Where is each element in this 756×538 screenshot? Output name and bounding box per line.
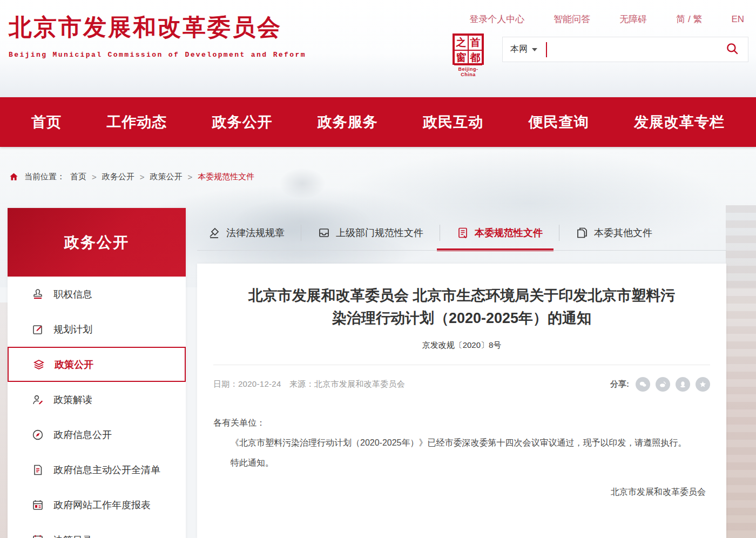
seal-char: 窗	[454, 50, 468, 65]
breadcrumb-gov-affairs[interactable]: 政务公开	[102, 172, 134, 182]
salutation: 各有关单位：	[213, 413, 710, 433]
nav-item-interaction[interactable]: 政民互动	[423, 112, 483, 132]
tabs-baseline	[197, 250, 726, 251]
article-card: 北京市发展和改革委员会 北京市生态环境局关于印发北京市塑料污染治理行动计划（20…	[197, 264, 726, 538]
sidebar-item-policy-disclosure[interactable]: 政策公开	[8, 347, 186, 382]
english-link[interactable]: EN	[731, 14, 744, 25]
sidebar-item-planning[interactable]: 规划计划	[8, 312, 186, 347]
breadcrumb-separator: >	[140, 172, 145, 181]
wechat-icon	[639, 380, 647, 388]
site-logo[interactable]: 北京市发展和改革委员会 Beijing Municipal Commission…	[9, 12, 306, 59]
weibo-share-button[interactable]	[656, 377, 670, 392]
nav-item-home[interactable]: 首页	[31, 112, 62, 132]
breadcrumb-separator: >	[92, 172, 97, 181]
favorite-icon	[699, 380, 707, 388]
nav-item-public-query[interactable]: 便民查询	[529, 112, 589, 132]
article-body: 各有关单位： 《北京市塑料污染治理行动计划（2020-2025年）》已经市委深改…	[213, 413, 710, 473]
breadcrumb-label: 当前位置：	[24, 172, 65, 182]
site-title: 北京市发展和改革委员会	[9, 12, 306, 43]
compass-icon	[31, 428, 44, 441]
stamp-icon	[31, 288, 44, 301]
sidebar-header: 政务公开	[8, 208, 186, 277]
tab-laws-regulations[interactable]: 法律法规规章	[208, 215, 301, 251]
tab-label: 本委规范性文件	[475, 226, 543, 239]
breadcrumb-separator: >	[188, 172, 193, 181]
sidebar-item-label: 政府网站工作年度报表	[53, 499, 151, 512]
file-copy-icon	[576, 226, 589, 239]
beijing-china-seal-logo[interactable]: 之 首 窗 都 Beijing-China	[451, 33, 485, 77]
search-box: 本网	[502, 37, 748, 62]
seal-char: 都	[468, 50, 482, 65]
header: 北京市发展和改革委员会 Beijing Municipal Commission…	[0, 0, 756, 97]
sidebar-item-policy-interpretation[interactable]: 政策解读	[8, 382, 186, 417]
tab-superior-normative-docs[interactable]: 上级部门规范性文件	[301, 215, 440, 251]
catalog-icon	[31, 534, 44, 538]
search-input[interactable]	[552, 37, 724, 62]
share-label: 分享:	[610, 379, 629, 389]
tab-commission-normative-docs[interactable]: 本委规范性文件	[440, 215, 559, 251]
breadcrumb-home[interactable]: 首页	[70, 172, 86, 182]
sidebar-title: 政务公开	[64, 232, 129, 253]
sidebar-item-website-annual-report[interactable]: 政府网站工作年度报表	[8, 487, 186, 522]
share-bar: 分享:	[610, 377, 710, 392]
tab-label: 上级部门规范性文件	[336, 226, 423, 239]
home-icon	[9, 172, 19, 182]
favorite-share-button[interactable]	[696, 377, 710, 392]
plan-edit-icon	[31, 323, 44, 336]
nav-item-gov-services[interactable]: 政务服务	[318, 112, 378, 132]
gavel-icon	[208, 226, 221, 239]
signature: 北京市发展和改革委员会	[213, 487, 710, 498]
seal-grid: 之 首 窗 都	[453, 33, 484, 65]
qq-share-button[interactable]	[676, 377, 690, 392]
seal-char: 之	[454, 35, 468, 50]
tab-commission-other-docs[interactable]: 本委其他文件	[559, 215, 669, 251]
doc-lines-icon	[456, 226, 469, 239]
nav-item-reform-column[interactable]: 发展改革专栏	[634, 112, 725, 132]
chevron-down-icon	[532, 48, 537, 51]
page: 北京市发展和改革委员会 Beijing Municipal Commission…	[0, 0, 756, 538]
sidebar: 政务公开 职权信息 规划计划 政策公开	[8, 208, 186, 538]
document-type-tabs: 法律法规规章 上级部门规范性文件 本委规范性文件 本委其他文件	[197, 215, 726, 251]
utility-links: 登录个人中心 智能问答 无障碍 简 / 繁 EN	[469, 13, 744, 25]
breadcrumb-current: 本委规范性文件	[198, 172, 254, 182]
weibo-icon	[659, 380, 667, 388]
search-icon	[725, 42, 739, 56]
wechat-share-button[interactable]	[636, 377, 650, 392]
search-button[interactable]	[724, 42, 740, 58]
inbox-icon	[318, 226, 330, 239]
background-left-edge	[0, 302, 8, 538]
accessibility-link[interactable]: 无障碍	[619, 13, 647, 25]
search-cursor-divider	[546, 42, 547, 57]
background-building-photo	[726, 205, 756, 538]
tab-label: 本委其他文件	[594, 226, 652, 239]
nav-item-work-news[interactable]: 工作动态	[106, 112, 167, 132]
tab-label: 法律法规规章	[226, 226, 285, 239]
search-scope-dropdown[interactable]: 本网	[510, 44, 537, 55]
person-edit-icon	[31, 393, 44, 406]
date-source-line: 日期：2020-12-24 来源：北京市发展和改革委员会	[213, 379, 405, 389]
sidebar-item-label: 政策解读	[53, 393, 92, 406]
qq-icon	[679, 380, 687, 388]
paragraph: 特此通知。	[213, 453, 710, 473]
sidebar-item-label: 规划计划	[53, 323, 92, 336]
sidebar-item-label: 决策目录	[53, 534, 92, 538]
sidebar-item-label: 职权信息	[53, 288, 92, 301]
search-scope-label: 本网	[510, 44, 528, 55]
nav-item-gov-affairs[interactable]: 政务公开	[212, 112, 273, 132]
sidebar-item-decision-catalog[interactable]: 决策目录	[8, 522, 186, 538]
login-link[interactable]: 登录个人中心	[469, 13, 524, 25]
sidebar-item-proactive-disclosure-list[interactable]: 政府信息主动公开全清单	[8, 452, 186, 487]
breadcrumb-policy[interactable]: 政策公开	[150, 172, 183, 182]
main-nav: 首页 工作动态 政务公开 政务服务 政民互动 便民查询 发展改革专栏	[0, 97, 756, 147]
sidebar-item-gov-info-disclosure[interactable]: 政府信息公开	[8, 417, 186, 452]
seal-caption: Beijing-China	[451, 66, 485, 77]
sidebar-item-label: 政府信息主动公开全清单	[53, 463, 160, 476]
simplified-traditional-toggle[interactable]: 简 / 繁	[676, 13, 702, 25]
sidebar-item-authority-info[interactable]: 职权信息	[8, 277, 186, 312]
article-title: 北京市发展和改革委员会 北京市生态环境局关于印发北京市塑料污染治理行动计划（20…	[246, 284, 678, 329]
smart-qa-link[interactable]: 智能问答	[554, 13, 590, 25]
layers-icon	[32, 358, 45, 371]
paragraph: 《北京市塑料污染治理行动计划（2020-2025年）》已经市委深改委第十四次会议…	[213, 433, 710, 453]
seal-char: 首	[468, 35, 482, 50]
breadcrumb: 当前位置： 首页 > 政务公开 > 政策公开 > 本委规范性文件	[9, 172, 254, 182]
